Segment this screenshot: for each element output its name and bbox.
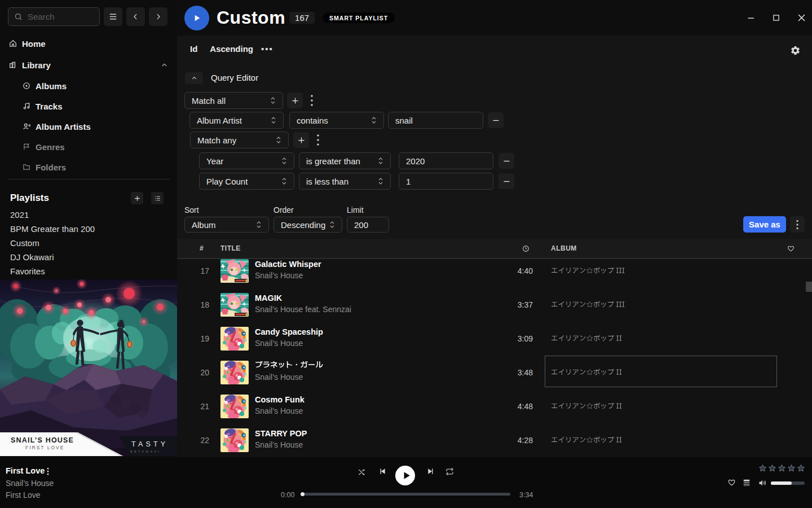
svg-text:BETAMAXI: BETAMAXI [130,450,161,453]
svg-text:FIRST LOVE: FIRST LOVE [25,445,64,450]
svg-text:TASTY: TASTY [131,440,168,448]
svg-text:SNAIL’S HOUSE: SNAIL’S HOUSE [11,436,74,444]
